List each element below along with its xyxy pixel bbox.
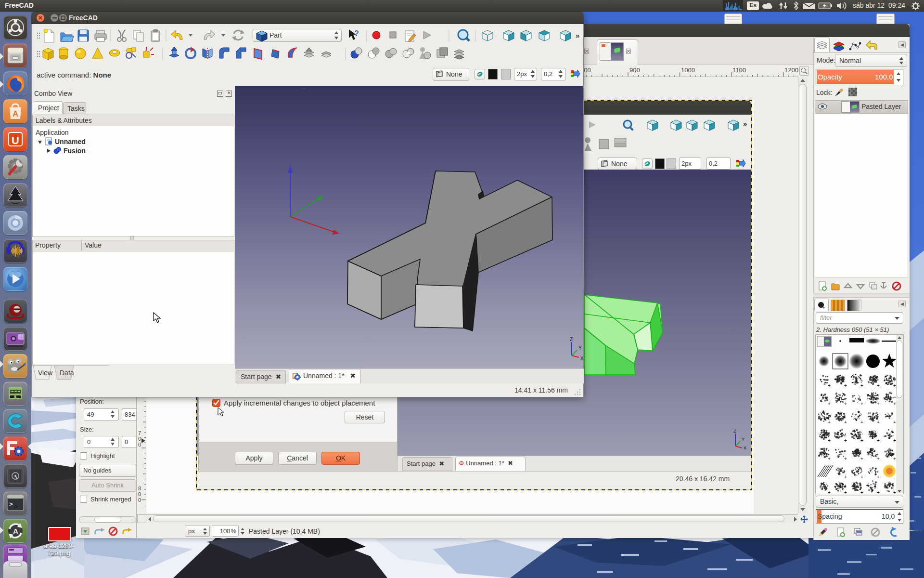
svg-text:+: + [877, 474, 880, 480]
svg-text:+: + [828, 420, 831, 425]
svg-text:+: + [860, 456, 863, 461]
svg-text:Data: Data [60, 369, 74, 377]
svg-text:+: + [860, 438, 863, 443]
svg-text:+: + [844, 490, 847, 494]
svg-text:+: + [844, 474, 847, 480]
svg-text:>_: >_ [9, 500, 17, 508]
svg-text:+: + [822, 305, 825, 310]
svg-text:+: + [828, 383, 831, 388]
svg-text:+: + [860, 490, 863, 494]
svg-text:A: A [13, 527, 18, 535]
svg-text:+: + [828, 438, 831, 443]
svg-text:+: + [877, 438, 880, 443]
svg-text:+: + [877, 383, 880, 388]
svg-text:+: + [828, 490, 831, 494]
svg-text:Y: Y [578, 345, 582, 351]
svg-text:U: U [12, 134, 19, 146]
svg-text:A: A [13, 109, 18, 118]
svg-text:Z: Z [570, 337, 573, 342]
svg-text:+: + [844, 401, 847, 407]
svg-text:+: + [860, 401, 863, 407]
svg-text:?: ? [354, 29, 359, 38]
svg-text:+: + [828, 401, 831, 407]
svg-text:+: + [860, 420, 863, 425]
svg-text:+: + [844, 383, 847, 388]
svg-text:+: + [877, 401, 880, 407]
svg-text:+: + [844, 420, 847, 425]
svg-text:+: + [828, 456, 831, 461]
svg-text:+: + [860, 474, 863, 480]
svg-text:+: + [877, 420, 880, 425]
svg-text:+: + [877, 456, 880, 461]
svg-text:View: View [38, 369, 53, 377]
svg-text:+: + [844, 456, 847, 461]
svg-text:+: + [877, 490, 880, 494]
svg-text:X: X [580, 356, 584, 360]
svg-text:+: + [844, 438, 847, 443]
svg-text:+: + [860, 383, 863, 388]
